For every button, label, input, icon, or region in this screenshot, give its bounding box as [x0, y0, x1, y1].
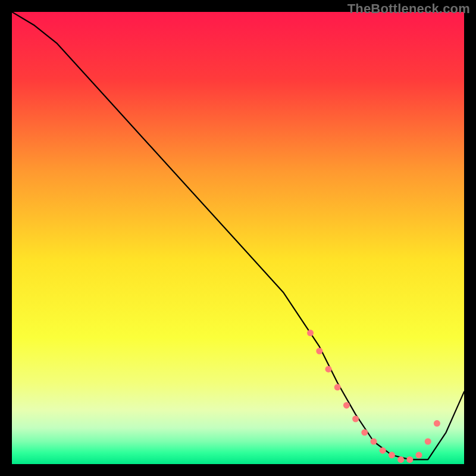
marker-dot [434, 420, 440, 427]
chart-background [12, 12, 464, 464]
marker-dot [406, 456, 413, 463]
marker-dot [307, 330, 314, 336]
marker-dot [325, 366, 332, 372]
marker-dot [316, 348, 322, 355]
marker-dot [416, 452, 422, 458]
marker-dot [371, 439, 377, 445]
marker-dot [380, 447, 386, 454]
chart-svg [12, 12, 464, 464]
marker-dot [397, 456, 404, 463]
marker-dot [425, 439, 431, 445]
marker-dot [361, 429, 368, 436]
marker-dot [343, 402, 350, 409]
watermark-text: TheBottleneck.com [347, 1, 470, 17]
marker-dot [352, 416, 359, 422]
marker-dot [334, 384, 341, 390]
marker-dot [389, 452, 395, 458]
